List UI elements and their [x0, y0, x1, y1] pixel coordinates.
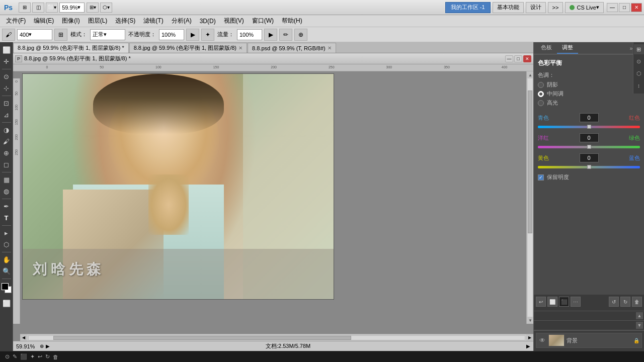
bottom-icon-7[interactable]: 🗑 — [53, 354, 58, 360]
flow-arrow[interactable]: ▶ — [264, 29, 277, 41]
panel-btn-history[interactable]: ↩ — [536, 297, 546, 307]
menu-edit[interactable]: 编辑(E) — [30, 16, 58, 27]
doc-maximize[interactable]: □ — [514, 55, 522, 62]
panel-btn-mask[interactable]: ⬜ — [547, 297, 557, 307]
doc-tab-3[interactable]: 8.8.psd @ 59.9% (T, RGB/8#) ✕ — [248, 43, 336, 53]
scroll-down-arrow[interactable]: ▼ — [527, 317, 533, 324]
tool-text[interactable]: T — [1, 212, 12, 223]
fg-bg-color-selector[interactable] — [1, 283, 12, 296]
mode-combo[interactable]: 正常 ▾ — [90, 29, 125, 40]
menu-image[interactable]: 图像(I) — [58, 16, 84, 27]
cslive-button[interactable]: CS Live ▾ — [565, 2, 604, 13]
stylus-btn[interactable]: ✏ — [279, 29, 292, 41]
btn-view[interactable]: ⊞▾ — [87, 3, 99, 13]
btn-extra[interactable]: ⬡▾ — [100, 3, 112, 13]
tab-swatches[interactable]: 色板 — [536, 43, 557, 54]
panel-icon-3[interactable]: ⬡ — [634, 68, 644, 78]
menu-help[interactable]: 帮助(H) — [278, 16, 306, 27]
doc-tab-main[interactable]: 8.8.jpg @ 59.9% (色彩平衡 1, 图层蒙版/8) * — [13, 43, 129, 53]
menu-3d[interactable]: 3D(D) — [196, 16, 220, 27]
menu-analysis[interactable]: 分析(A) — [168, 16, 196, 27]
tone-highlights-radio[interactable] — [538, 100, 544, 106]
tool-quick-mask[interactable]: ⬜ — [1, 298, 12, 309]
scroll-right-arrow[interactable]: ▶ — [526, 334, 533, 341]
menu-select[interactable]: 选择(S) — [111, 16, 139, 27]
panel-scroll-down-btn[interactable]: ▼ — [636, 322, 643, 329]
workspace-button[interactable]: 我的工作区 -1 — [445, 2, 491, 13]
menu-filter[interactable]: 滤镜(T) — [139, 16, 167, 27]
tool-move[interactable]: ✛ — [1, 56, 12, 67]
vertical-scrollbar[interactable]: ▲ ▼ — [526, 71, 533, 324]
tool-eraser[interactable]: ◻ — [1, 159, 12, 170]
more-workspaces-button[interactable]: >> — [548, 2, 564, 13]
preserve-luminosity-row[interactable]: 保留明度 — [538, 173, 640, 181]
tab-adjustments[interactable]: 调整 — [557, 43, 578, 54]
tool-lasso[interactable]: ⊙ — [1, 71, 12, 82]
panel-btn-reset[interactable]: ↺ — [609, 297, 619, 307]
tool-spot-heal[interactable]: ◑ — [1, 124, 12, 135]
v-scroll-track[interactable] — [528, 78, 532, 317]
tone-shadow-radio[interactable] — [538, 82, 544, 88]
scroll-up-arrow[interactable]: ▲ — [527, 71, 533, 78]
tab-close-2[interactable]: ✕ — [238, 45, 243, 51]
tool-blur[interactable]: ◍ — [1, 186, 12, 197]
btn-files[interactable]: ◫ — [32, 3, 44, 13]
cyan-red-thumb[interactable] — [587, 125, 591, 129]
bottom-icon-4[interactable]: ✦ — [30, 353, 35, 360]
h-scroll-track[interactable] — [28, 335, 525, 340]
status-arrow[interactable]: ▶ — [46, 343, 50, 349]
flow-input[interactable]: 100% — [237, 29, 262, 40]
tool-shape[interactable]: ⬡ — [1, 239, 12, 250]
tool-brush[interactable]: 🖌 — [1, 136, 12, 147]
menu-window[interactable]: 窗口(W) — [248, 16, 278, 27]
status-navigator-icon[interactable]: ⊕ — [40, 343, 44, 349]
bottom-icon-3[interactable]: ⬛ — [20, 353, 27, 360]
panel-icon-2[interactable]: ⊙ — [634, 56, 644, 66]
tone-midtones-radio[interactable] — [538, 91, 544, 97]
bottom-icon-2[interactable]: ✎ — [13, 353, 17, 360]
tool-crop[interactable]: ⊡ — [1, 98, 12, 109]
panel-icon-4[interactable]: ↕ — [634, 80, 644, 90]
doc-tab-2[interactable]: 8.8.jpg @ 59.9% (色彩平衡 1, 图层蒙版/8) ✕ — [129, 43, 247, 53]
tool-magic-wand[interactable]: ⊹ — [1, 82, 12, 94]
maximize-button[interactable]: □ — [619, 3, 630, 12]
tone-midtones-row[interactable]: 中间调 — [538, 90, 640, 98]
menu-file[interactable]: 文件(F) — [2, 16, 30, 27]
tone-shadow-row[interactable]: 阴影 — [538, 81, 640, 88]
zoom-combo[interactable]: 59.9 % ▾ — [59, 3, 85, 13]
yellow-blue-track[interactable] — [538, 164, 640, 169]
magenta-green-value[interactable]: 0 — [580, 133, 599, 142]
bottom-icon-1[interactable]: ⊙ — [5, 353, 10, 360]
basic-function-button[interactable]: 基本功能 — [493, 2, 524, 13]
tool-hand[interactable]: ✋ — [1, 254, 12, 265]
tool-zoom[interactable]: 🔍 — [1, 265, 12, 277]
zoom-display[interactable]: 59.91% — [16, 343, 35, 349]
tool-path-select[interactable]: ▸ — [1, 227, 12, 238]
scroll-left-arrow[interactable]: ◀ — [20, 334, 27, 341]
btn-screen-mode[interactable]: ⬜▾ — [46, 3, 58, 13]
brush-size-combo[interactable]: 400 ▾ — [17, 29, 52, 40]
magenta-green-thumb[interactable] — [587, 145, 591, 149]
btn-arrange[interactable]: ⊞ — [19, 3, 31, 13]
layer-item-background[interactable]: 👁 背景 🔒 — [536, 333, 642, 348]
menu-layer[interactable]: 图层(L) — [84, 16, 112, 27]
layer-visibility-eye[interactable]: 👁 — [538, 336, 546, 344]
panel-icon-1[interactable]: ⊞ — [634, 44, 644, 54]
opacity-input[interactable]: 100% — [159, 29, 184, 40]
tool-marquee[interactable]: ⬜ — [1, 44, 12, 55]
preserve-luminosity-checkbox[interactable] — [538, 174, 544, 180]
panel-btn-more[interactable]: ⋯ — [571, 297, 581, 307]
panel-scroll-up-btn[interactable]: ▲ — [636, 312, 643, 319]
clone-btn[interactable]: ⊕ — [294, 29, 307, 41]
bottom-icon-5[interactable]: ↩ — [38, 353, 42, 360]
tab-close-3[interactable]: ✕ — [328, 45, 332, 51]
tool-gradient[interactable]: ▦ — [1, 174, 12, 185]
close-button[interactable]: ✕ — [631, 3, 642, 12]
photo-canvas[interactable]: 刘 晗 先 森 — [22, 73, 334, 300]
tone-highlights-row[interactable]: 高光 — [538, 99, 640, 107]
brush-tool-btn[interactable]: 🖌 — [2, 29, 15, 41]
doc-close[interactable]: ✕ — [523, 55, 531, 62]
cyan-red-track[interactable] — [538, 124, 640, 129]
design-button[interactable]: 设计 — [526, 2, 546, 13]
tool-eyedropper[interactable]: ⊿ — [1, 109, 12, 120]
